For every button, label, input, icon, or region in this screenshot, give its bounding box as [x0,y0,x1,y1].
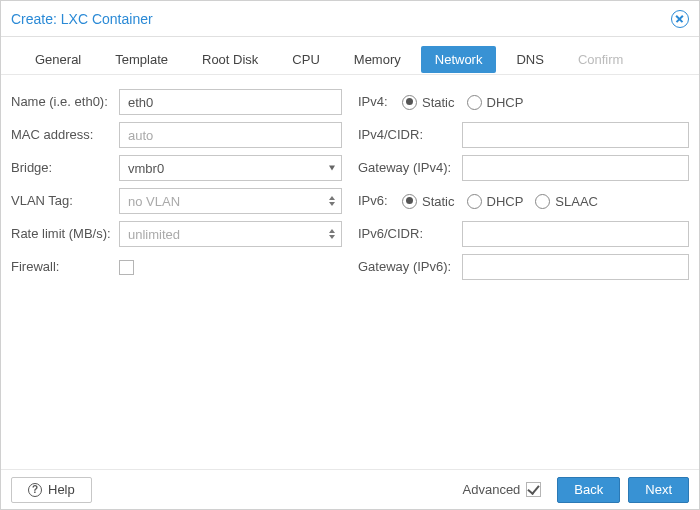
radio-icon [467,95,482,110]
radio-icon [402,194,417,209]
gw4-label: Gateway (IPv4): [358,160,462,176]
radio-icon [467,194,482,209]
chevron-down-icon [329,166,335,171]
footer: ? Help Advanced Back Next [1,469,699,509]
field-ipv6-cidr: IPv6/CIDR: [358,221,689,247]
ipv4-cidr-input[interactable] [462,122,689,148]
ipv6-dhcp-radio[interactable]: DHCP [467,194,524,209]
radio-icon [402,95,417,110]
field-bridge: Bridge: vmbr0 [11,155,342,181]
vlan-input[interactable]: no VLAN [119,188,342,214]
dialog-title: Create: LXC Container [11,11,671,27]
back-button[interactable]: Back [557,477,620,503]
gw6-label: Gateway (IPv6): [358,259,462,275]
name-input[interactable]: eth0 [119,89,342,115]
field-gw6: Gateway (IPv6): [358,254,689,280]
gw6-input[interactable] [462,254,689,280]
radio-icon [535,194,550,209]
tab-template[interactable]: Template [101,46,182,73]
ipv4-cidr-label: IPv4/CIDR: [358,127,462,143]
titlebar: Create: LXC Container [1,1,699,37]
field-ipv4: IPv4: Static DHCP [358,89,689,115]
left-column: Name (i.e. eth0): eth0 MAC address: auto… [11,89,342,459]
field-gw4: Gateway (IPv4): [358,155,689,181]
ipv4-static-radio[interactable]: Static [402,95,455,110]
mac-label: MAC address: [11,127,119,143]
tab-strip: General Template Root Disk CPU Memory Ne… [1,37,699,75]
rate-input[interactable]: unlimited [119,221,342,247]
ipv4-label: IPv4: [358,94,402,110]
field-ipv4-cidr: IPv4/CIDR: [358,122,689,148]
next-button[interactable]: Next [628,477,689,503]
tab-network[interactable]: Network [421,46,497,73]
ipv6-cidr-input[interactable] [462,221,689,247]
tab-dns[interactable]: DNS [502,46,557,73]
gw4-input[interactable] [462,155,689,181]
field-ipv6: IPv6: Static DHCP SLAAC [358,188,689,214]
field-mac: MAC address: auto [11,122,342,148]
field-name: Name (i.e. eth0): eth0 [11,89,342,115]
ipv4-radio-group: Static DHCP [402,95,523,110]
ipv6-static-radio[interactable]: Static [402,194,455,209]
tab-general[interactable]: General [21,46,95,73]
firewall-checkbox[interactable] [119,260,134,275]
firewall-label: Firewall: [11,259,119,275]
tab-cpu[interactable]: CPU [278,46,333,73]
ipv6-slaac-radio[interactable]: SLAAC [535,194,598,209]
tab-confirm: Confirm [564,46,638,73]
field-firewall: Firewall: [11,254,342,280]
vlan-label: VLAN Tag: [11,193,119,209]
rate-label: Rate limit (MB/s): [11,226,119,242]
field-vlan: VLAN Tag: no VLAN [11,188,342,214]
mac-input[interactable]: auto [119,122,342,148]
ipv4-dhcp-radio[interactable]: DHCP [467,95,524,110]
name-label: Name (i.e. eth0): [11,94,119,110]
help-button[interactable]: ? Help [11,477,92,503]
ipv6-label: IPv6: [358,193,402,209]
ipv6-radio-group: Static DHCP SLAAC [402,194,598,209]
right-column: IPv4: Static DHCP IPv4/CIDR: Gate [358,89,689,459]
dialog-window: Create: LXC Container General Template R… [0,0,700,510]
spinner-icon [329,196,335,206]
spinner-icon [329,229,335,239]
close-icon[interactable] [671,10,689,28]
bridge-select[interactable]: vmbr0 [119,155,342,181]
advanced-toggle[interactable]: Advanced [463,482,542,497]
form-body: Name (i.e. eth0): eth0 MAC address: auto… [1,75,699,469]
tab-memory[interactable]: Memory [340,46,415,73]
ipv6-cidr-label: IPv6/CIDR: [358,226,462,242]
tab-root-disk[interactable]: Root Disk [188,46,272,73]
bridge-label: Bridge: [11,160,119,176]
field-rate: Rate limit (MB/s): unlimited [11,221,342,247]
advanced-checkbox[interactable] [526,482,541,497]
help-icon: ? [28,483,42,497]
